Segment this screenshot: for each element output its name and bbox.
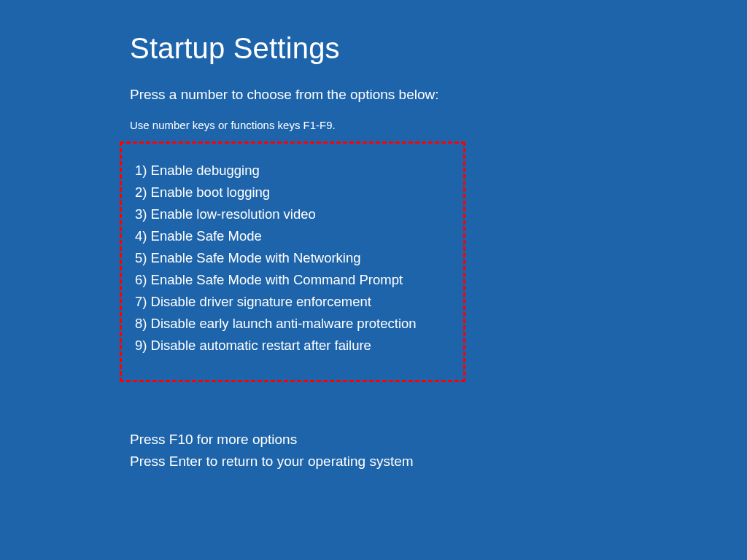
options-highlight-box: 1) Enable debugging 2) Enable boot loggi… bbox=[120, 141, 465, 382]
page-subtitle: Press a number to choose from the option… bbox=[130, 87, 439, 103]
startup-settings-screen: Startup Settings Press a number to choos… bbox=[0, 0, 747, 560]
footer-more-options: Press F10 for more options bbox=[130, 429, 414, 451]
option-4-enable-safe-mode[interactable]: 4) Enable Safe Mode bbox=[135, 225, 450, 247]
option-6-enable-safe-mode-command-prompt[interactable]: 6) Enable Safe Mode with Command Prompt bbox=[135, 269, 450, 291]
option-5-enable-safe-mode-networking[interactable]: 5) Enable Safe Mode with Networking bbox=[135, 247, 450, 269]
key-hint: Use number keys or functions keys F1-F9. bbox=[130, 119, 336, 131]
footer-instructions: Press F10 for more options Press Enter t… bbox=[130, 429, 414, 472]
startup-options-list: 1) Enable debugging 2) Enable boot loggi… bbox=[135, 160, 450, 357]
footer-return: Press Enter to return to your operating … bbox=[130, 451, 414, 472]
page-title: Startup Settings bbox=[130, 32, 340, 65]
option-2-enable-boot-logging[interactable]: 2) Enable boot logging bbox=[135, 182, 450, 203]
option-7-disable-driver-signature[interactable]: 7) Disable driver signature enforcement bbox=[135, 291, 450, 313]
option-3-enable-low-resolution-video[interactable]: 3) Enable low-resolution video bbox=[135, 203, 450, 225]
option-8-disable-early-launch-antimalware[interactable]: 8) Disable early launch anti-malware pro… bbox=[135, 313, 450, 335]
option-9-disable-automatic-restart[interactable]: 9) Disable automatic restart after failu… bbox=[135, 335, 450, 357]
option-1-enable-debugging[interactable]: 1) Enable debugging bbox=[135, 160, 450, 182]
